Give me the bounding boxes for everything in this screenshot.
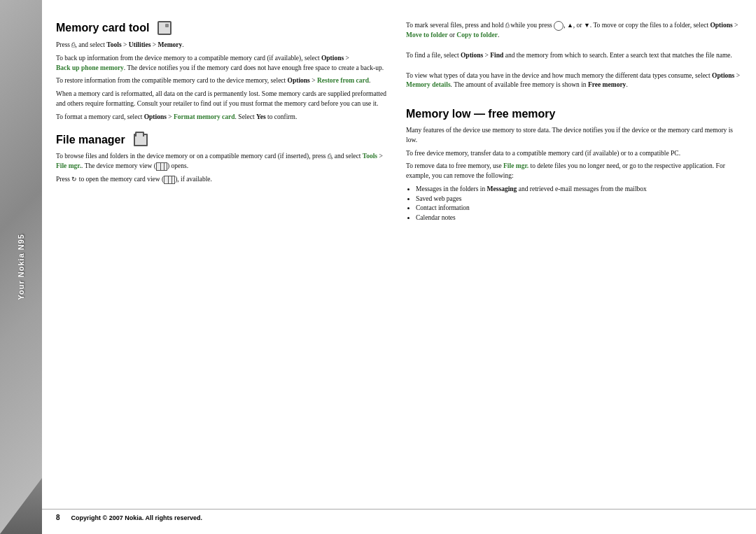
para-browse: To browse files and folders in the devic… [56, 152, 392, 171]
nav-circle-icon [554, 21, 564, 31]
copyright-text: Copyright © 2007 Nokia. All rights reser… [71, 514, 202, 521]
para-memory-details: To view what types of data you have in t… [406, 71, 742, 91]
page: Your Nokia N95 Memory card tool Press ⎙,… [0, 0, 756, 534]
file-manager-title: File manager [56, 134, 392, 146]
para-open-memory-card: Press ↻ to open the memory card view (),… [56, 175, 392, 185]
list-item-web-pages: Saved web pages [416, 195, 742, 204]
para-reformat: When a memory card is reformatted, all d… [56, 90, 392, 109]
list-item-contacts: Contact information [416, 204, 742, 213]
para-free-device-memory: To free device memory, transfer data to … [406, 149, 742, 159]
footer: 8 Copyright © 2007 Nokia. All rights res… [42, 509, 756, 526]
grid-icon [156, 162, 167, 171]
para-find-file: To find a file, select Options > Find an… [406, 51, 742, 61]
right-column: To mark several files, press and hold ⎙ … [406, 21, 742, 527]
para-remove-data: To remove data to free memory, use File … [406, 162, 742, 181]
file-manager-icon [134, 134, 148, 146]
para-tools-utilities: Press ⎙, and select Tools > Utilities > … [56, 41, 392, 50]
para-format: To format a memory card, select Options … [56, 113, 392, 122]
memory-low-title: Memory low — free memory [406, 108, 742, 120]
para-restore: To restore information from the compatib… [56, 76, 392, 86]
file-manager-section: File manager To browse files and folders… [56, 134, 392, 188]
file-manager-title-text: File manager [56, 134, 125, 146]
remove-data-list: Messages in the folders in Messaging and… [416, 185, 742, 223]
grid-icon-2 [164, 176, 175, 184]
page-number: 8 [56, 514, 60, 521]
memory-card-tool-title-text: Memory card tool [56, 22, 149, 34]
memory-card-tool-title: Memory card tool [56, 21, 392, 35]
sidebar: Your Nokia N95 [0, 0, 42, 534]
memory-low-section: Memory low — free memory Many features o… [406, 108, 742, 223]
memory-card-icon [158, 21, 172, 35]
list-item-messages: Messages in the folders in Messaging and… [416, 185, 742, 195]
memory-card-tool-section: Memory card tool Press ⎙, and select Too… [56, 21, 392, 125]
left-column: Memory card tool Press ⎙, and select Too… [56, 21, 392, 527]
memory-low-title-text: Memory low — free memory [406, 108, 555, 120]
list-item-calendar: Calendar notes [416, 213, 742, 223]
para-backup: To back up information from the device m… [56, 54, 392, 73]
sidebar-label: Your Nokia N95 [17, 234, 25, 300]
para-mark-files: To mark several files, press and hold ⎙ … [406, 21, 742, 41]
para-memory-low-info: Many features of the device use memory t… [406, 126, 742, 146]
sidebar-decoration [0, 394, 42, 534]
main-content: Memory card tool Press ⎙, and select Too… [42, 0, 756, 534]
